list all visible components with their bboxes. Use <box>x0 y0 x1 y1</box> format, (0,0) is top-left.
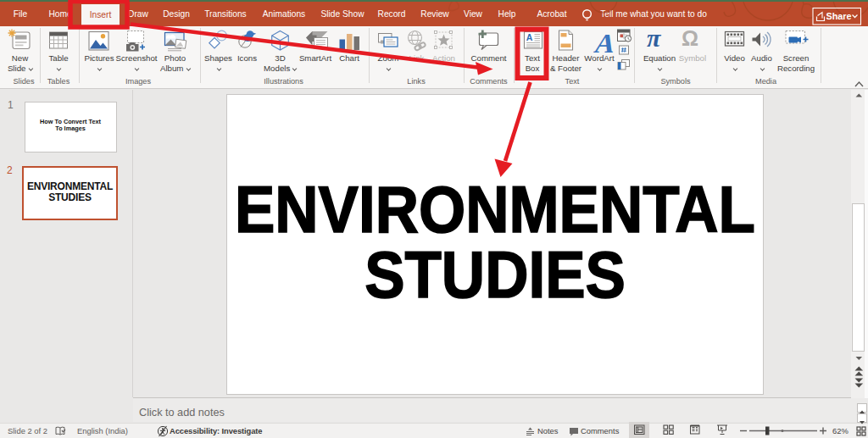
svg-text:A: A <box>592 28 619 58</box>
svg-text:Share: Share <box>826 11 852 21</box>
svg-text:A: A <box>526 32 533 42</box>
svg-text:π: π <box>647 26 661 52</box>
svg-text:Ω: Ω <box>682 26 698 50</box>
